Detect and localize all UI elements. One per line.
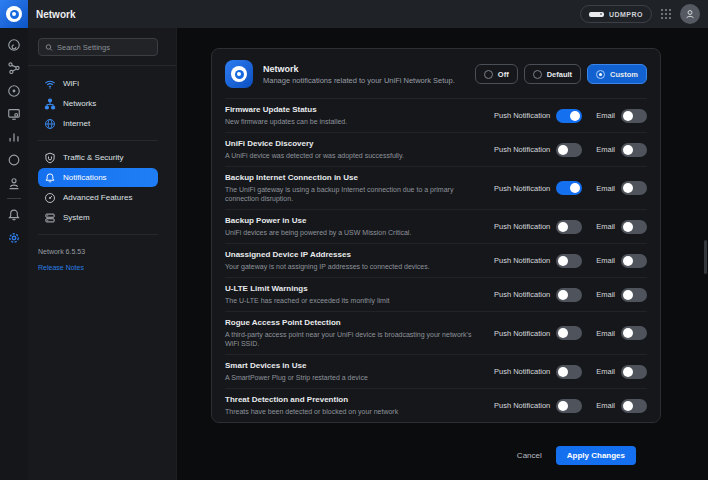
notification-title: UniFi Device Discovery <box>225 139 486 149</box>
menu-divider <box>38 234 158 235</box>
notification-row: Unassigned Device IP Addresses Your gate… <box>225 244 647 278</box>
email-toggle[interactable] <box>621 254 647 268</box>
push-notification-toggle[interactable] <box>556 143 582 157</box>
email-label: Email <box>596 222 615 231</box>
apply-changes-button[interactable]: Apply Changes <box>556 446 636 465</box>
notification-title: Rogue Access Point Detection <box>225 318 486 328</box>
toggle-knob <box>623 145 633 155</box>
mode-option-custom[interactable]: Custom <box>587 64 647 84</box>
toggle-knob <box>623 367 633 377</box>
toggle-knob <box>570 111 580 121</box>
settings-menu: WiFi Networks Internet Traffic & Securit… <box>28 66 176 271</box>
radios-icon[interactable] <box>0 148 28 171</box>
notification-desc: New firmware updates can be installed. <box>225 117 486 126</box>
mode-label: Default <box>547 70 572 79</box>
radio-icon <box>533 70 542 79</box>
sidebar-item-traffic-security[interactable]: Traffic & Security <box>38 148 158 167</box>
email-toggle[interactable] <box>621 399 647 413</box>
toggle-knob <box>623 328 633 338</box>
apps-grid-icon[interactable] <box>660 8 672 20</box>
notification-title: U-LTE Limit Warnings <box>225 284 486 294</box>
statistics-icon[interactable] <box>0 125 28 148</box>
push-notification-toggle[interactable] <box>556 181 582 195</box>
toggle-knob <box>623 290 633 300</box>
rail-divider <box>7 198 21 199</box>
toggle-knob <box>558 328 568 338</box>
push-notification-toggle[interactable] <box>556 254 582 268</box>
push-notification-toggle[interactable] <box>556 220 582 234</box>
settings-sidebar: WiFi Networks Internet Traffic & Securit… <box>28 28 177 480</box>
notification-title: Backup Internet Connection in Use <box>225 173 486 183</box>
toggle-knob <box>623 401 633 411</box>
console-name: UDMPRO <box>609 11 643 18</box>
network-app-icon <box>225 60 253 88</box>
email-toggle[interactable] <box>621 326 647 340</box>
radio-icon <box>596 70 605 79</box>
cancel-button[interactable]: Cancel <box>517 451 542 460</box>
admins-icon[interactable] <box>0 171 28 194</box>
mode-option-default[interactable]: Default <box>524 64 581 84</box>
email-toggle[interactable] <box>621 365 647 379</box>
email-label: Email <box>596 145 615 154</box>
dashboard-icon[interactable] <box>0 33 28 56</box>
notification-desc: UniFi devices are being powered by a USW… <box>225 228 486 237</box>
app-rail <box>0 28 28 480</box>
notifications-bell-icon[interactable] <box>0 203 28 226</box>
user-avatar[interactable] <box>680 4 700 24</box>
toggle-knob <box>558 222 568 232</box>
mode-option-off[interactable]: Off <box>475 64 518 84</box>
version-label: Network 6.5.53 <box>38 248 166 255</box>
email-toggle[interactable] <box>621 109 647 123</box>
toggle-knob <box>623 222 633 232</box>
sidebar-item-wifi[interactable]: WiFi <box>38 74 158 93</box>
email-toggle[interactable] <box>621 288 647 302</box>
clients-icon[interactable] <box>0 102 28 125</box>
push-notification-toggle[interactable] <box>556 109 582 123</box>
unifi-logo-icon[interactable] <box>0 0 28 28</box>
settings-gear-icon[interactable] <box>0 226 28 249</box>
notification-title: Smart Devices in Use <box>225 361 486 371</box>
email-toggle[interactable] <box>621 220 647 234</box>
sidebar-item-notifications[interactable]: Notifications <box>38 168 158 187</box>
sidebar-item-label: Traffic & Security <box>63 153 123 162</box>
email-label: Email <box>596 256 615 265</box>
sidebar-item-advanced-features[interactable]: Advanced Features <box>38 188 158 207</box>
search-input[interactable] <box>57 43 151 52</box>
notification-desc: The U-LTE has reached or exceeded its mo… <box>225 296 486 305</box>
notification-desc: The UniFi gateway is using a backup Inte… <box>225 185 486 203</box>
toggle-knob <box>558 290 568 300</box>
push-notification-label: Push Notification <box>494 401 550 410</box>
topology-icon[interactable] <box>0 56 28 79</box>
sidebar-item-system[interactable]: System <box>38 208 158 227</box>
notification-row: Firmware Update Status New firmware upda… <box>225 99 647 133</box>
push-notification-toggle[interactable] <box>556 326 582 340</box>
search-settings-box[interactable] <box>38 38 158 56</box>
push-notification-label: Push Notification <box>494 145 550 154</box>
bell-icon <box>44 172 56 184</box>
sidebar-item-label: Notifications <box>63 173 107 182</box>
notification-row: U-LTE Limit Warnings The U-LTE has reach… <box>225 278 647 312</box>
sidebar-item-networks[interactable]: Networks <box>38 94 158 113</box>
mode-selector: Off Default Custom <box>475 64 647 84</box>
push-notification-label: Push Notification <box>494 111 550 120</box>
email-toggle[interactable] <box>621 143 647 157</box>
notification-desc: Your gateway is not assigning IP address… <box>225 262 486 271</box>
push-notification-label: Push Notification <box>494 329 550 338</box>
devices-icon[interactable] <box>0 79 28 102</box>
notification-row: Rogue Access Point Detection A third-par… <box>225 312 647 355</box>
push-notification-label: Push Notification <box>494 290 550 299</box>
system-icon <box>44 212 56 224</box>
scrollbar-thumb[interactable] <box>704 240 707 274</box>
push-notification-toggle[interactable] <box>556 399 582 413</box>
notification-row: Smart Devices in Use A SmartPower Plug o… <box>225 355 647 389</box>
email-label: Email <box>596 290 615 299</box>
shield-icon <box>44 152 56 164</box>
push-notification-toggle[interactable] <box>556 365 582 379</box>
push-notification-toggle[interactable] <box>556 288 582 302</box>
console-selector[interactable]: UDMPRO <box>580 5 652 23</box>
email-toggle[interactable] <box>621 181 647 195</box>
toggle-knob <box>558 401 568 411</box>
email-label: Email <box>596 401 615 410</box>
sidebar-item-internet[interactable]: Internet <box>38 114 158 133</box>
release-notes-link[interactable]: Release Notes <box>38 264 166 271</box>
